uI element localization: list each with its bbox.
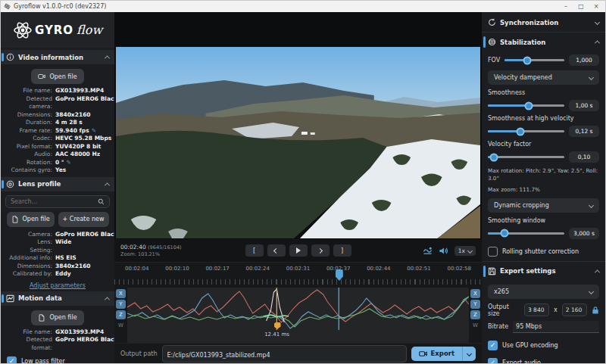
bitrate-row: Bitrate [488, 321, 599, 333]
maximize-icon[interactable]: □ [575, 3, 587, 10]
velocity-factor-value[interactable]: 0,10 [569, 151, 599, 163]
cropping-mode-value: Dynamic cropping [494, 202, 549, 209]
axis-z-button[interactable]: Z [470, 310, 480, 319]
lens-search[interactable] [5, 195, 110, 208]
output-height-input[interactable] [563, 304, 586, 316]
rolling-shutter-checkbox[interactable]: Rolling shutter correction [488, 243, 599, 260]
smoothing-window-slider[interactable] [488, 232, 564, 235]
axis-x-button[interactable]: X [470, 289, 480, 298]
section-lens-profile[interactable]: Lens profile [1, 177, 114, 191]
slider-knob[interactable] [517, 127, 525, 135]
export-options-button[interactable] [462, 347, 476, 361]
bitrate-field[interactable] [513, 321, 599, 333]
slider-knob[interactable] [501, 229, 509, 238]
info-row: Codec:HEVC 95.28 Mbps [1, 135, 114, 143]
gpu-encoding-checkbox[interactable]: ✓ Use GPU encoding [488, 337, 599, 354]
fov-value[interactable]: 1,000 [569, 54, 599, 66]
previous-frame-button[interactable] [267, 244, 286, 257]
stabilization-toggle-icon[interactable] [423, 246, 433, 256]
output-height-field[interactable] [562, 303, 587, 316]
active-section-bar [483, 266, 486, 277]
export-bar: Output path Export [114, 343, 482, 363]
checkbox-unchecked-icon[interactable] [488, 247, 498, 257]
playback-speed-value: 1x [458, 247, 465, 254]
info-row: Dimensions:3840x2160 [1, 111, 114, 120]
output-path-input[interactable] [163, 349, 406, 362]
axis-y-button[interactable]: Y [116, 300, 126, 309]
high-velocity-value[interactable]: 0,12 s [569, 126, 599, 137]
adjust-parameters-link[interactable]: Adjust parameters [1, 282, 114, 289]
high-velocity-slider[interactable] [488, 130, 564, 132]
tick-label: 00:02:44 [367, 266, 390, 272]
slider-knob[interactable] [524, 101, 533, 110]
minimize-icon[interactable]: – [560, 3, 572, 10]
fov-label: FOV [488, 57, 500, 64]
next-frame-button[interactable] [311, 244, 330, 257]
smoothing-method-dropdown[interactable]: Velocity dampened [488, 70, 599, 85]
gyro-traces [127, 288, 469, 330]
low-pass-filter-checkbox[interactable]: ✓ Low pass filter [1, 352, 114, 363]
section-motion-data[interactable]: Motion data [1, 291, 114, 306]
output-path-field[interactable] [162, 345, 407, 362]
volume-icon[interactable] [439, 246, 448, 256]
gyro-chart[interactable]: 12.41 ms [127, 288, 469, 343]
axis-w-button[interactable]: W [470, 321, 480, 330]
section-video-information[interactable]: Video information [1, 50, 114, 64]
checkbox-checked-icon[interactable]: ✓ [7, 356, 17, 363]
trim-end-button[interactable]: ] [333, 244, 351, 257]
axis-x-button[interactable]: X [116, 289, 126, 298]
export-button[interactable]: Export [411, 347, 462, 361]
smoothness-value[interactable]: 1,00 s [569, 100, 599, 111]
smoothing-window-value[interactable]: 3,000 s [569, 228, 599, 239]
chevron-down-icon [589, 288, 594, 294]
export-audio-checkbox[interactable]: ✓ Export audio [488, 354, 599, 364]
output-path-label: Output path [120, 350, 158, 357]
axis-y-button[interactable]: Y [470, 300, 480, 309]
slider-knob[interactable] [490, 153, 498, 161]
video-open-file-button[interactable]: Open file [31, 69, 83, 84]
lens-search-input[interactable] [11, 198, 98, 205]
edit-pencil-icon[interactable]: ✎ [92, 127, 96, 135]
bitrate-input[interactable] [513, 321, 599, 332]
lens-row: Calibrated by:Eddy [1, 270, 114, 278]
section-stabilization[interactable]: Stabilization [488, 33, 599, 51]
max-rotation-text: Max rotation: Pitch: 2.9°, Yaw: 2.5°, Ro… [488, 167, 599, 182]
motion-open-file-button[interactable]: Open file [31, 310, 83, 325]
axis-z-button[interactable]: Z [116, 310, 126, 319]
play-button[interactable] [289, 244, 308, 257]
fov-slider[interactable] [504, 59, 564, 61]
lock-ratio-icon[interactable] [592, 306, 599, 315]
timeline-ruler[interactable]: 00:02:04 00:02:10 00:02:17 00:02:24 00:0… [114, 262, 482, 286]
play-icon [296, 247, 301, 254]
smoothness-slider[interactable] [488, 104, 564, 107]
video-preview[interactable] [114, 12, 482, 239]
gyroscope-icon [488, 38, 496, 46]
lens-open-file-button[interactable]: Open file [7, 212, 55, 227]
open-file-label: Open file [49, 314, 77, 321]
codec-dropdown[interactable]: x265 [488, 285, 599, 299]
file-icon [38, 314, 45, 322]
tick-label: 00:02:04 [125, 266, 148, 272]
chevron-up-icon [595, 269, 600, 275]
output-width-input[interactable] [525, 304, 548, 316]
open-file-label: Open file [23, 216, 50, 222]
section-export-settings[interactable]: Export settings [488, 263, 599, 280]
slider-knob[interactable] [523, 56, 532, 64]
velocity-factor-slider[interactable] [488, 156, 564, 158]
rolling-shutter-label: Rolling shutter correction [502, 248, 579, 255]
output-width-field[interactable] [524, 303, 549, 316]
checkbox-checked-icon[interactable]: ✓ [488, 341, 498, 350]
close-icon[interactable]: × [590, 3, 602, 10]
axis-w-button[interactable]: W [116, 321, 126, 330]
section-synchronization[interactable]: Synchronization [488, 14, 599, 31]
edit-pencil-icon[interactable]: ✎ [67, 159, 71, 167]
lens-row: Setting: [1, 247, 114, 255]
cropping-mode-dropdown[interactable]: Dynamic cropping [488, 198, 599, 213]
trim-start-button[interactable]: [ [245, 244, 264, 257]
checkbox-checked-icon[interactable]: ✓ [488, 358, 498, 364]
playback-speed-dropdown[interactable]: 1x [454, 246, 476, 256]
info-row: Frame rate:59.940 fps✎ [1, 127, 114, 135]
tick-label: 00:02:51 [407, 266, 430, 272]
create-new-label: + Create new [63, 216, 105, 222]
lens-create-new-button[interactable]: + Create new [58, 212, 109, 227]
